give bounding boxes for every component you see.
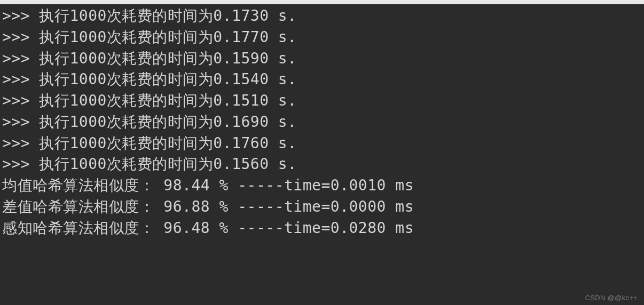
terminal-line: >>> 执行1000次耗费的时间为0.1770 s. xyxy=(2,27,642,48)
terminal-line: >>> 执行1000次耗费的时间为0.1760 s. xyxy=(2,133,642,154)
terminal-line: 感知哈希算法相似度： 96.48 % -----time=0.0280 ms xyxy=(2,218,642,239)
terminal-text: 执行1000次耗费的时间为0.1690 s. xyxy=(39,113,296,131)
python-prompt: >>> xyxy=(2,50,39,67)
terminal-line: >>> 执行1000次耗费的时间为0.1730 s. xyxy=(2,5,642,27)
python-prompt: >>> xyxy=(2,113,39,131)
python-prompt: >>> xyxy=(2,155,39,173)
terminal-line: >>> 执行1000次耗费的时间为0.1560 s. xyxy=(2,154,642,175)
terminal-line: >>> 执行1000次耗费的时间为0.1590 s. xyxy=(2,48,642,69)
python-prompt: >>> xyxy=(2,134,39,152)
python-prompt: >>> xyxy=(2,28,39,46)
csdn-watermark: CSDN @@kc++ xyxy=(585,294,638,302)
terminal-text: 执行1000次耗费的时间为0.1730 s. xyxy=(39,7,296,25)
python-prompt: >>> xyxy=(2,7,39,25)
terminal-text: 执行1000次耗费的时间为0.1560 s. xyxy=(39,155,296,173)
python-prompt: >>> xyxy=(2,92,39,109)
terminal-output[interactable]: >>> 执行1000次耗费的时间为0.1730 s. >>> 执行1000次耗费… xyxy=(0,4,644,239)
terminal-text: 差值哈希算法相似度： 96.88 % -----time=0.0000 ms xyxy=(2,198,414,215)
window-title-bar xyxy=(0,0,644,4)
terminal-line: 均值哈希算法相似度： 98.44 % -----time=0.0010 ms xyxy=(2,175,642,196)
terminal-text: 执行1000次耗费的时间为0.1510 s. xyxy=(39,92,296,109)
terminal-text: 执行1000次耗费的时间为0.1770 s. xyxy=(39,28,296,46)
terminal-line: >>> 执行1000次耗费的时间为0.1510 s. xyxy=(2,90,642,111)
python-prompt: >>> xyxy=(2,70,39,88)
terminal-text: 执行1000次耗费的时间为0.1540 s. xyxy=(39,70,296,88)
terminal-text: 感知哈希算法相似度： 96.48 % -----time=0.0280 ms xyxy=(2,219,414,237)
terminal-line: >>> 执行1000次耗费的时间为0.1690 s. xyxy=(2,111,642,133)
terminal-line: >>> 执行1000次耗费的时间为0.1540 s. xyxy=(2,69,642,90)
terminal-text: 执行1000次耗费的时间为0.1590 s. xyxy=(39,50,296,67)
terminal-text: 均值哈希算法相似度： 98.44 % -----time=0.0010 ms xyxy=(2,176,414,194)
terminal-line: 差值哈希算法相似度： 96.88 % -----time=0.0000 ms xyxy=(2,196,642,218)
terminal-text: 执行1000次耗费的时间为0.1760 s. xyxy=(39,134,296,152)
